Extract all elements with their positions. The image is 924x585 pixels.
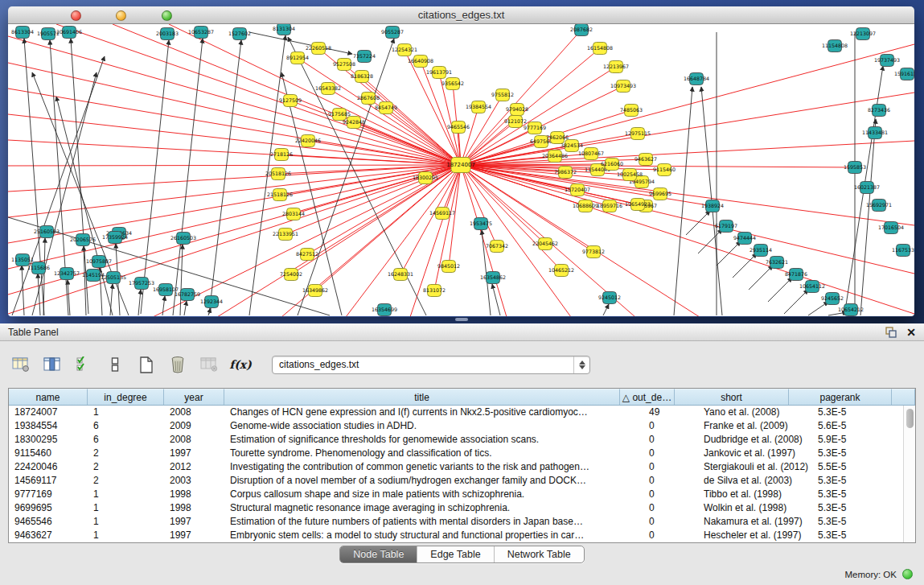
svg-text:9845012: 9845012 bbox=[437, 263, 460, 269]
column-header-in_degree[interactable]: in_degree bbox=[88, 389, 164, 405]
svg-text:11433481: 11433481 bbox=[862, 130, 888, 135]
cell-in_degree: 1 bbox=[88, 406, 164, 419]
column-header-name[interactable]: name bbox=[9, 389, 88, 405]
svg-text:16021387: 16021387 bbox=[854, 184, 880, 190]
tab-node-table[interactable]: Node Table bbox=[340, 546, 417, 562]
function-builder-icon[interactable]: f(x) bbox=[231, 355, 250, 374]
table-row[interactable]: 977716911998Corpus callosum shape and si… bbox=[9, 488, 915, 501]
cell-year: 1998 bbox=[164, 501, 224, 515]
cell-in_degree: 6 bbox=[88, 433, 164, 447]
cell-year: 2003 bbox=[164, 474, 224, 488]
tab-edge-table[interactable]: Edge Table bbox=[417, 546, 493, 562]
cell-in_degree: 2 bbox=[88, 474, 164, 488]
svg-text:8471876: 8471876 bbox=[785, 271, 807, 277]
cell-name: 9777169 bbox=[9, 488, 88, 501]
cell-name: 9465546 bbox=[9, 515, 88, 529]
svg-text:22045462: 22045462 bbox=[532, 241, 558, 246]
svg-text:12213097: 12213097 bbox=[850, 31, 876, 36]
cell-title: Investigating the contribution of common… bbox=[224, 460, 643, 474]
table-row[interactable]: 1938455462009Genome-wide association stu… bbox=[9, 419, 915, 433]
svg-text:8427512: 8427512 bbox=[296, 251, 318, 257]
svg-text:12505135: 12505135 bbox=[101, 274, 126, 280]
svg-text:7254002: 7254002 bbox=[280, 271, 302, 277]
svg-text:1938924: 1938924 bbox=[701, 203, 724, 208]
cell-out_degree: 0 bbox=[643, 488, 698, 501]
cell-out_degree: 0 bbox=[643, 419, 698, 433]
table-row[interactable]: 911546021997Tourette syndrome. Phenomeno… bbox=[9, 447, 915, 460]
close-panel-icon[interactable]: ✕ bbox=[906, 327, 916, 338]
table-row[interactable]: 946554611997Estimation of the future num… bbox=[9, 515, 915, 529]
svg-text:16154808: 16154808 bbox=[587, 45, 613, 51]
svg-text:17016504: 17016504 bbox=[878, 225, 904, 230]
new-table-icon[interactable] bbox=[137, 355, 156, 374]
svg-text:25160503: 25160503 bbox=[34, 229, 60, 234]
svg-text:12254321: 12254321 bbox=[392, 47, 417, 52]
cell-out_degree: 0 bbox=[643, 474, 698, 488]
table-row[interactable]: 946362711997Embryonic stem cells: a mode… bbox=[9, 529, 915, 542]
svg-text:10975887: 10975887 bbox=[86, 258, 112, 264]
svg-text:9773812: 9773812 bbox=[582, 249, 605, 254]
table-panel: Table Panel ✕ bbox=[0, 323, 924, 585]
table-body: 1872400712008Changes of HCN gene express… bbox=[9, 406, 915, 542]
window-title: citations_edges.txt bbox=[8, 9, 914, 21]
delete-table-icon[interactable] bbox=[168, 355, 187, 374]
column-header-title[interactable]: title bbox=[224, 389, 620, 405]
row-height-icon[interactable] bbox=[105, 355, 125, 374]
svg-text:16349862: 16349862 bbox=[302, 287, 328, 293]
table-row[interactable]: 2242004622012Investigating the contribut… bbox=[9, 460, 915, 474]
svg-text:16354699: 16354699 bbox=[372, 307, 397, 312]
network-canvas[interactable]: 8613304190557220691406200318310653287152… bbox=[8, 24, 914, 316]
float-panel-icon[interactable] bbox=[885, 327, 897, 338]
cell-name: 9463627 bbox=[9, 529, 88, 542]
cell-year: 1997 bbox=[164, 447, 224, 460]
svg-text:7357224: 7357224 bbox=[353, 53, 376, 59]
import-table-icon[interactable] bbox=[199, 355, 219, 374]
table-toolbar: f(x) citations_edges.txt bbox=[11, 351, 590, 378]
scrollbar-thumb[interactable] bbox=[906, 409, 914, 428]
svg-text:16354862: 16354862 bbox=[480, 274, 506, 280]
svg-text:7462066: 7462066 bbox=[546, 134, 569, 140]
cell-short: Dudbridge et al. (2008) bbox=[698, 433, 812, 447]
svg-text:1167533: 1167533 bbox=[892, 247, 914, 253]
select-attributes-icon[interactable] bbox=[74, 355, 93, 374]
table-row[interactable]: 969969511998Structural magnetic resonanc… bbox=[9, 501, 915, 515]
table-selector-dropdown[interactable]: citations_edges.txt bbox=[272, 356, 590, 374]
column-header-out_degree[interactable]: △ out_de… bbox=[620, 389, 675, 405]
svg-text:22133951: 22133951 bbox=[273, 231, 298, 237]
column-header-year[interactable]: year bbox=[164, 389, 224, 405]
svg-text:2003183: 2003183 bbox=[156, 31, 179, 36]
column-header-pagerank[interactable]: pagerank bbox=[789, 389, 892, 405]
table-settings-icon[interactable] bbox=[11, 355, 31, 374]
table-row[interactable]: 1830029562008Estimation of significance … bbox=[9, 433, 915, 447]
table-row[interactable]: 1456911722003Disruption of a novel membe… bbox=[9, 474, 915, 488]
cell-pagerank: 5.3E-5 bbox=[812, 406, 915, 419]
cell-year: 2008 bbox=[164, 433, 224, 447]
svg-text:12342757: 12342757 bbox=[54, 270, 80, 276]
svg-text:18300295: 18300295 bbox=[413, 175, 438, 180]
svg-text:17359924: 17359924 bbox=[102, 234, 128, 240]
svg-text:9777169: 9777169 bbox=[524, 125, 546, 130]
svg-text:9465546: 9465546 bbox=[447, 124, 470, 130]
cell-out_degree: 49 bbox=[643, 406, 698, 419]
cell-title: Disruption of a novel member of a sodium… bbox=[224, 474, 643, 488]
svg-text:7632621: 7632621 bbox=[766, 259, 788, 265]
table-vertical-scrollbar[interactable] bbox=[903, 406, 915, 542]
network-nodes: 8613304190557220691406200318310653287152… bbox=[11, 24, 914, 316]
tab-network-table[interactable]: Network Table bbox=[494, 546, 584, 562]
cell-in_degree: 1 bbox=[88, 515, 164, 529]
table-row[interactable]: 1872400712008Changes of HCN gene express… bbox=[9, 406, 915, 419]
svg-text:26160503: 26160503 bbox=[170, 235, 196, 241]
svg-text:9127509: 9127509 bbox=[279, 97, 302, 103]
show-columns-icon[interactable] bbox=[43, 355, 62, 374]
cell-in_degree: 2 bbox=[88, 460, 164, 474]
cell-name: 14569117 bbox=[9, 474, 88, 488]
window-titlebar[interactable]: citations_edges.txt bbox=[8, 6, 914, 24]
svg-text:1527602: 1527602 bbox=[228, 31, 251, 36]
split-pane-grip[interactable] bbox=[455, 318, 468, 321]
svg-text:18724007: 18724007 bbox=[446, 162, 475, 168]
column-header-short[interactable]: short bbox=[675, 389, 789, 405]
cell-title: Estimation of the future numbers of pati… bbox=[224, 515, 643, 529]
cell-in_degree: 1 bbox=[88, 488, 164, 501]
svg-text:1135051: 1135051 bbox=[11, 257, 34, 262]
cell-pagerank: 5.3E-5 bbox=[812, 501, 915, 515]
